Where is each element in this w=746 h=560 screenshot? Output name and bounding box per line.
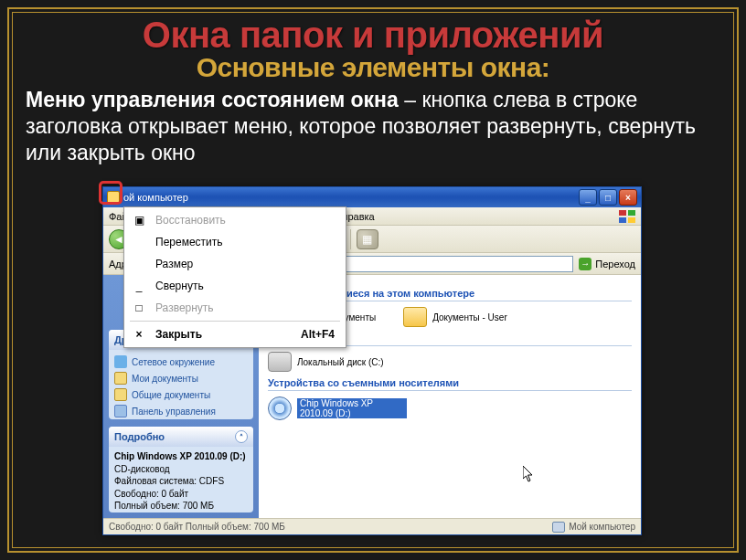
- status-bar: Свободно: 0 байт Полный объем: 700 МБ Мо…: [103, 518, 641, 534]
- item-label: Локальный диск (C:): [297, 357, 384, 367]
- minimize-icon: _: [132, 280, 146, 292]
- menu-item-label: Восстановить: [155, 214, 226, 227]
- menu-separator: [130, 321, 340, 322]
- group-removable-title: Устройства со съемными носителями: [268, 377, 632, 391]
- details-type: CD-дисковод: [114, 463, 248, 476]
- item-label: Chip Windows XP 2010.09 (D:): [297, 398, 407, 418]
- item-user-docs[interactable]: Документы - User: [403, 307, 507, 327]
- minimize-button[interactable]: _: [579, 189, 597, 206]
- menu-item-label: Свернуть: [155, 280, 204, 292]
- status-location: Мой компьютер: [552, 522, 635, 533]
- system-menu: ▣ Восстановить Переместить Размер _ Свер…: [123, 206, 346, 348]
- place-label: Панель управления: [132, 407, 216, 417]
- views-button[interactable]: ▦: [357, 229, 378, 249]
- menu-item-close[interactable]: × Закрыть Alt+F4: [126, 323, 344, 345]
- close-icon: ×: [132, 328, 146, 341]
- restore-icon: ▣: [132, 214, 146, 227]
- folder-icon: [114, 372, 127, 385]
- chevron-up-icon: ˄: [235, 430, 248, 443]
- menu-item-restore[interactable]: ▣ Восстановить: [126, 209, 344, 231]
- controlpanel-icon: [114, 405, 127, 417]
- menu-item-move[interactable]: Переместить: [126, 231, 344, 253]
- window-title: ой компьютер: [123, 192, 188, 203]
- place-shared[interactable]: Общие документы: [114, 386, 248, 403]
- menu-item-minimize[interactable]: _ Свернуть: [126, 275, 344, 297]
- folder-icon: [403, 307, 427, 327]
- toolbar-separator-2: [350, 229, 351, 249]
- network-icon: [114, 355, 127, 368]
- panel-details: Подробно ˄ Chip Windows XP 2010.09 (D:) …: [109, 427, 253, 512]
- menu-item-size[interactable]: Размер: [126, 253, 344, 275]
- highlight-box: [99, 181, 123, 205]
- place-label: Общие документы: [132, 390, 210, 400]
- item-cd-drive[interactable]: Chip Windows XP 2010.09 (D:): [268, 396, 407, 420]
- body-bold: Меню управления состоянием окна: [26, 88, 399, 111]
- windows-flag-icon: [619, 210, 635, 223]
- slide-body: Меню управления состоянием окна – кнопка…: [9, 83, 737, 165]
- folder-icon: [114, 388, 127, 401]
- menu-item-shortcut: Alt+F4: [301, 328, 335, 341]
- panel-details-title: Подробно: [114, 431, 165, 442]
- maximize-icon: □: [132, 301, 146, 314]
- place-mydocs[interactable]: Мои документы: [114, 370, 248, 386]
- place-network[interactable]: Сетевое окружение: [114, 354, 248, 370]
- menu-item-label: Переместить: [155, 236, 223, 248]
- details-total: Полный объем: 700 МБ: [114, 500, 248, 512]
- slide-subtitle: Основные элементы окна:: [9, 52, 737, 83]
- go-label: Переход: [595, 259, 635, 269]
- titlebar[interactable]: ой компьютер _ □ ×: [103, 187, 641, 207]
- menu-item-label: Закрыть: [155, 328, 202, 341]
- go-button[interactable]: → Переход: [579, 258, 635, 270]
- close-button[interactable]: ×: [619, 189, 637, 206]
- menu-item-label: Размер: [155, 258, 193, 270]
- details-name: Chip Windows XP 2010.09 (D:): [114, 450, 248, 463]
- cd-icon: [268, 396, 292, 420]
- item-label: Документы - User: [432, 312, 507, 322]
- place-controlpanel[interactable]: Панель управления: [114, 403, 248, 419]
- status-right: Мой компьютер: [569, 522, 635, 532]
- details-free: Свободно: 0 байт: [114, 488, 248, 501]
- place-label: Мои документы: [132, 374, 198, 384]
- hdd-icon: [268, 352, 292, 372]
- item-local-disk-c[interactable]: Локальный диск (C:): [268, 352, 384, 372]
- maximize-button[interactable]: □: [599, 189, 617, 206]
- details-fs: Файловая система: CDFS: [114, 475, 248, 488]
- status-left: Свободно: 0 байт Полный объем: 700 МБ: [109, 522, 285, 532]
- window-controls: _ □ ×: [579, 189, 637, 206]
- mouse-cursor-icon: [523, 466, 534, 482]
- panel-details-header[interactable]: Подробно ˄: [109, 427, 253, 447]
- menu-item-label: Развернуть: [155, 301, 214, 314]
- go-arrow-icon: →: [579, 258, 591, 270]
- computer-icon: [552, 522, 565, 533]
- slide-title: Окна папок и приложений: [9, 15, 737, 56]
- place-label: Сетевое окружение: [132, 357, 215, 367]
- menu-item-maximize[interactable]: □ Развернуть: [126, 297, 344, 319]
